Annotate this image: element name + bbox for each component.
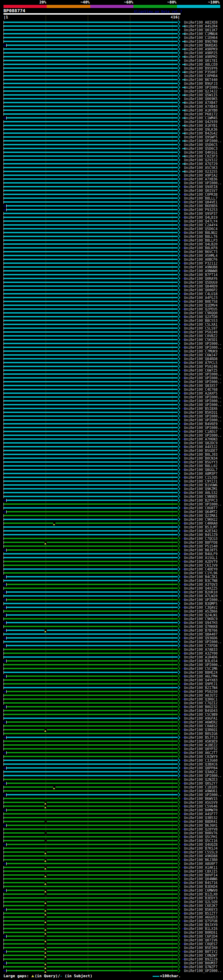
hit-row[interactable]: UniRef100_Q5DUG9 [0,280,223,284]
hit-row[interactable]: UniRef100_P35007 [0,70,223,74]
hit-row[interactable]: UniRef100_C6WJ47 [0,353,223,357]
hit-row[interactable]: UniRef100_A1R4D6 [0,655,223,659]
hit-row[interactable]: UniRef100_C9KRC9 [0,617,223,621]
hit-row[interactable]: UniRef100_B9Q7N9 [0,40,223,43]
hit-row[interactable]: UniRef100_Q82DC9 [0,441,223,445]
hit-row[interactable]: UniRef100_C1B1D5 [0,785,223,789]
hit-row[interactable]: UniRef100_C9N9D5 [0,495,223,498]
hit-row[interactable]: UniRef100_B3QMF5 [0,602,223,606]
hit-row[interactable]: UniRef100_C5C1M6 [0,667,223,671]
hit-row[interactable]: UniRef100_A0JU72 [0,694,223,697]
hit-row[interactable]: UniRef100_Q7NZF7 [0,965,223,969]
hit-row[interactable]: UniRef100_Q01781 [0,59,223,62]
hit-row[interactable]: UniRef100_B6EBE6 [0,204,223,208]
hit-row[interactable]: UniRef100_UPI000.. [0,434,223,438]
hit-row[interactable]: UniRef100_A9RP25 [0,51,223,55]
hit-row[interactable]: UniRef100_A2DVT9 [0,560,223,563]
hit-row[interactable]: UniRef100_B5GYY3 [0,460,223,464]
hit-row[interactable]: UniRef100_A6WER2 [0,720,223,724]
hit-row[interactable]: UniRef100_A7XB43 [0,105,223,108]
hit-row[interactable]: UniRef100_C7MUK9 [0,349,223,353]
hit-row[interactable]: UniRef100_B0VFI4 [0,873,223,877]
hit-row[interactable]: UniRef100_UPI000.. [0,380,223,384]
hit-row[interactable]: UniRef100_Q04NN6 [0,877,223,881]
hit-row[interactable]: UniRef100_B0MW70 [0,808,223,812]
hit-row[interactable]: UniRef100_A1BEZ2 [0,743,223,747]
hit-row[interactable]: UniRef100_UPI000.. [0,403,223,407]
hit-row[interactable]: UniRef100_UPI000.. [0,774,223,778]
hit-row[interactable]: UniRef100_B8LLT6 [0,235,223,239]
hit-row[interactable]: UniRef100_B5GDE7 [0,449,223,453]
hit-row[interactable]: UniRef100_UPI000.. [0,342,223,345]
hit-row[interactable]: UniRef100_Q9PEJ1 [0,682,223,686]
hit-row[interactable]: UniRef100_Q5D6C3 [0,147,223,151]
hit-row[interactable]: UniRef100_B6J6H1 [0,824,223,827]
hit-row[interactable]: UniRef100_UPI000.. [0,181,223,185]
hit-row[interactable]: UniRef100_Q2LSQ9 [0,900,223,904]
hit-row[interactable]: UniRef100_Q5CI16 [0,839,223,843]
hit-row[interactable]: UniRef100_Q0RAY6 [0,277,223,280]
hit-row[interactable]: UniRef100_UPI000.. [0,399,223,403]
hit-row[interactable]: UniRef100_B8C553 [0,319,223,323]
hit-row[interactable]: UniRef100_B4SJZ9 [0,533,223,537]
hit-row[interactable]: UniRef100_C4LU18 [0,292,223,296]
hit-row[interactable]: UniRef100_Q9LK36 [0,127,223,131]
hit-row[interactable]: UniRef100_Q9SWF5 [0,135,223,139]
hit-row[interactable]: UniRef100_C1AEG7 [0,430,223,434]
hit-row[interactable]: UniRef100_UPI000.. [0,414,223,418]
hit-row[interactable]: UniRef100_B0SIG6 [0,732,223,736]
hit-row[interactable]: UniRef100_C5LS97 [0,326,223,330]
hit-row[interactable]: UniRef100_Q8PP84 [0,766,223,770]
hit-row[interactable]: UniRef100_Q4UQZ8 [0,843,223,846]
hit-row[interactable]: UniRef100_UPI000.. [0,598,223,602]
hit-row[interactable]: UniRef100_C4DEY0 [0,567,223,571]
hit-row[interactable]: UniRef100_Q2V3J2 [0,158,223,162]
hit-row[interactable]: UniRef100_B0LJ03 [0,453,223,457]
hit-row[interactable]: UniRef100_B6J3R0 [0,858,223,862]
hit-row[interactable]: UniRef100_Q4XZZ5 [0,587,223,590]
hit-row[interactable]: UniRef100_B8LL02 [0,464,223,468]
hit-row[interactable]: UniRef100_UPI000.. [0,969,223,973]
hit-row[interactable]: UniRef100_C9YZJ1 [0,479,223,483]
hit-row[interactable]: UniRef100_B8LNU2 [0,231,223,235]
hit-row[interactable]: UniRef100_A4X3J2 [0,445,223,449]
hit-row[interactable]: UniRef100_B4ULF9 [0,552,223,556]
hit-row[interactable]: UniRef100_B4CZK1 [0,575,223,579]
hit-row[interactable]: UniRef100_UPI000.. [0,139,223,143]
hit-row[interactable]: UniRef100_B8LLL7 [0,196,223,200]
hit-row[interactable]: UniRef100_Q47LY4 [0,220,223,223]
hit-row[interactable]: UniRef100_B1VUW6 [0,483,223,487]
hit-row[interactable]: UniRef100_UPI000.. [0,372,223,376]
hit-row[interactable]: UniRef100_A9NUB8 [0,265,223,269]
hit-row[interactable]: UniRef100_Q8GGL7 [0,468,223,472]
hit-row[interactable]: UniRef100_A6C2T7 [0,751,223,755]
hit-row[interactable]: UniRef100_C6IJV9 [0,563,223,567]
hit-row[interactable]: UniRef100_B5HIQ1 [0,410,223,414]
hit-row[interactable]: UniRef100_B9JXY0 [0,923,223,927]
hit-row[interactable]: UniRef100_B2I7N4 [0,686,223,690]
hit-row[interactable]: UniRef100_A8U0F7 [0,862,223,865]
hit-row[interactable]: UniRef100_P32112 [0,261,223,265]
hit-row[interactable]: UniRef100_C6MWV0 [0,889,223,892]
hit-row[interactable]: UniRef100_A6LFM4 [0,675,223,678]
hit-row[interactable]: UniRef100_A8LCE0 [0,62,223,67]
hit-row[interactable]: UniRef100_A9NWW8 [0,269,223,273]
hit-row[interactable]: UniRef100_B0E758 [0,300,223,304]
hit-row[interactable]: UniRef100_B0RE61 [0,931,223,934]
hit-row[interactable]: UniRef100_Q84RD9 [0,284,223,288]
hit-row[interactable]: UniRef100_B1LXI6 [0,927,223,931]
hit-row[interactable]: UniRef100_UPI000.. [0,345,223,349]
hit-row[interactable]: UniRef100_C0ZWY9 [0,755,223,759]
hit-row[interactable]: UniRef100_A4S2R4 [0,24,223,28]
hit-row[interactable]: UniRef100_Q006P2 [0,288,223,292]
hit-row[interactable]: UniRef100_B3C7N8 [0,579,223,583]
hit-row[interactable]: UniRef100_P51540 [0,544,223,548]
hit-row[interactable]: UniRef100_B0UM37 [0,961,223,965]
hit-row[interactable]: UniRef100_UPI000.. [0,663,223,667]
hit-row[interactable]: UniRef100_A2E342 [0,529,223,533]
hit-row[interactable]: UniRef100_B5IZT7 [0,912,223,915]
hit-row[interactable]: UniRef100_A9RPK9 [0,47,223,51]
hit-row[interactable]: UniRef100_B5K6Y3 [0,908,223,912]
hit-row[interactable]: UniRef100_C7QCG3 [0,537,223,541]
hit-row[interactable]: UniRef100_B4ZG42 [0,131,223,135]
